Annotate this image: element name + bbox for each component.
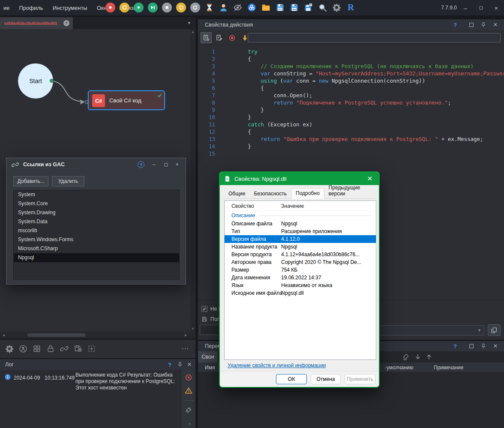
settings2-icon[interactable] [5,344,14,353]
property-row[interactable]: ТипРасширение приложения [225,227,376,235]
gac-list-item[interactable]: Npgsql [14,253,179,262]
tab-4[interactable]: Предыдущие версии [324,183,375,199]
action-node[interactable]: C# Свой C# код [88,90,165,110]
open-folder-icon[interactable] [261,3,271,12]
canvas-horizontal-scrollbar[interactable]: ◄ ► [0,332,195,338]
close-icon[interactable]: ✕ [366,175,374,183]
stop-icon[interactable] [162,3,172,12]
close-icon[interactable]: × [493,4,500,12]
menu-item[interactable]: Инструменты [53,5,87,11]
scroll-left-icon[interactable]: ◄ [188,422,191,426]
grid-icon[interactable] [33,344,41,353]
connection-port-icon[interactable] [50,79,54,83]
restart-icon[interactable] [120,3,129,12]
maximize-icon[interactable] [467,341,476,351]
start-node[interactable]: Start [18,63,53,99]
tab-2[interactable]: Безопасность [249,189,291,199]
eraser-icon[interactable] [402,353,410,361]
help-icon[interactable]: ? [451,19,459,30]
tab-own-variables[interactable]: Свои [198,351,218,362]
floppy-combo-icon[interactable] [74,344,82,353]
scrollbar-thumb[interactable] [27,333,86,337]
gac-list-item[interactable]: mscorlib [14,226,179,235]
canvas-vertical-scrollbar[interactable]: ▲ ▼ [190,29,195,332]
remove-properties-link[interactable]: Удаление свойств и личной информации [228,362,326,368]
scroll-up-icon[interactable]: ▲ [190,30,195,34]
pin-icon[interactable] [479,19,488,30]
menu-item[interactable]: ие [3,5,10,11]
help-icon[interactable]: ? [451,341,459,351]
checkbox-checked-icon[interactable]: ✓ [201,306,207,312]
maximize-icon[interactable] [477,6,484,10]
property-row[interactable]: Описание файлаNpgsql [225,220,376,227]
tab-3[interactable]: Подробно [291,188,324,199]
property-row[interactable]: Версия файла4.1.12.0 [225,235,376,243]
hourglass-icon[interactable] [204,3,214,12]
settings-icon[interactable] [332,3,342,12]
redo-icon[interactable] [190,3,200,12]
gac-list-item[interactable]: System.Drawing [14,208,179,217]
play-icon[interactable] [134,3,144,12]
property-row[interactable]: Название продуктаNpgsql [225,243,376,251]
search-icon[interactable] [318,3,327,12]
property-row[interactable]: Дата изменения19.06.2022 14:37 [225,274,376,281]
record-button[interactable] [226,32,237,43]
floppy-icon[interactable] [201,316,207,322]
tab-close-icon[interactable]: × [63,20,69,26]
maximize-icon[interactable] [467,19,476,30]
user-icon[interactable] [219,3,228,12]
help-icon[interactable]: ? [138,161,144,168]
ok-button[interactable]: ОК [276,374,307,384]
eye-off-icon[interactable] [233,3,243,12]
remove-reference-button[interactable]: Удалить [52,176,84,186]
errors-filter-icon[interactable] [185,374,192,381]
pin-icon[interactable] [176,359,184,370]
copy-button[interactable] [488,324,501,336]
step-icon[interactable] [148,3,158,12]
save-icon[interactable] [275,3,285,12]
lock-icon[interactable] [46,344,55,353]
gac-list-item[interactable]: System.Core [14,199,179,208]
cancel-button[interactable]: Отмена [311,374,341,384]
gac-list-item[interactable]: System.Windows.Forms [14,235,179,244]
close-icon[interactable]: × [491,19,500,30]
tab-1[interactable]: Общие [224,189,249,199]
script-edit-button[interactable] [213,32,225,43]
user-circle-icon[interactable] [19,344,27,353]
close-icon[interactable]: × [185,359,194,370]
gac-list-item[interactable]: System [14,190,179,199]
gac-list-item[interactable]: System.Data [14,217,179,226]
gac-list-item[interactable]: Microsoft.CSharp [14,244,179,253]
undo-icon[interactable] [176,3,186,12]
mini-input[interactable] [200,325,219,335]
minimize-icon[interactable]: – [462,4,469,12]
script-settings-button[interactable] [201,32,212,43]
move-down-icon[interactable] [414,353,422,361]
close-icon[interactable]: × [491,341,500,351]
more-icon[interactable]: … [181,342,189,351]
scroll-left-icon[interactable]: ◄ [2,333,6,337]
property-row[interactable]: Авторские праваCopyright 2020 © The Npgs… [225,258,376,266]
property-row[interactable]: Размер754 КБ [225,266,376,274]
warnings-filter-icon[interactable] [185,387,192,395]
tab-list-caret-icon[interactable]: ▾ [188,20,190,26]
move-up-icon[interactable] [425,353,433,361]
property-row[interactable]: Исходное имя файлаNpgsql.dll [225,289,376,297]
r-logo-icon[interactable]: R [346,3,356,12]
record-icon[interactable] [105,3,115,12]
app-logo-icon[interactable] [247,3,257,12]
property-row[interactable]: Версия продукта4.1.12+94aa6a4e18d030b86c… [225,251,376,258]
editor-tab[interactable]: ываываыаываыавыва × [0,17,73,29]
save-all-icon[interactable] [303,3,313,12]
scroll-down-icon[interactable]: ▼ [190,327,195,331]
link-icon[interactable] [60,344,69,353]
maximize-icon[interactable] [162,161,169,168]
save-as-icon[interactable] [289,3,299,12]
help-icon[interactable]: ? [165,359,174,370]
scroll-right-icon[interactable]: ► [184,333,188,337]
add-reference-button[interactable]: Добавить... [13,176,48,186]
add-region-icon[interactable] [87,344,96,353]
clear-log-icon[interactable] [185,406,192,414]
close-icon[interactable]: × [174,161,180,168]
minimize-icon[interactable]: – [150,161,157,168]
